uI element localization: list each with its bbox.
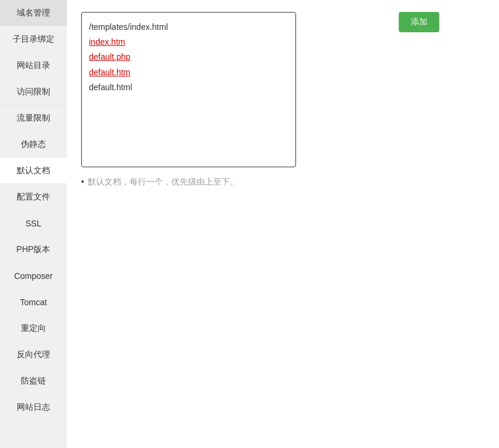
sidebar-item-php-version[interactable]: PHP版本 (0, 237, 67, 263)
sidebar-item-subdir-bind[interactable]: 子目录绑定 (0, 26, 67, 53)
sidebar-item-access-limit[interactable]: 访问限制 (0, 79, 67, 105)
hint-text: 默认文档，每行一个，优先级由上至下。 (88, 177, 238, 188)
add-button[interactable]: 添加 (399, 12, 439, 32)
sidebar-item-site-dir[interactable]: 网站目录 (0, 53, 67, 79)
sidebar-item-composer[interactable]: Composer (0, 263, 67, 289)
doc-line: default.php (89, 50, 288, 65)
sidebar-item-pseudo-static[interactable]: 伪静态 (0, 131, 67, 158)
sidebar-item-hotlink[interactable]: 防盗链 (0, 368, 67, 394)
sidebar-item-default-doc[interactable]: 默认文档 (0, 158, 67, 184)
sidebar-item-redirect[interactable]: 重定向 (0, 315, 67, 342)
sidebar-item-site-log[interactable]: 网站日志 (0, 394, 67, 421)
sidebar-item-ssl[interactable]: SSL (0, 210, 67, 237)
sidebar-item-traffic-limit[interactable]: 流量限制 (0, 105, 67, 131)
doc-line: default.html (89, 80, 288, 95)
sidebar-item-config-file[interactable]: 配置文件 (0, 184, 67, 210)
hint-area: • 默认文档，每行一个，优先级由上至下。 (81, 177, 485, 188)
default-doc-box[interactable]: /templates/index.htmlindex.htmdefault.ph… (81, 12, 296, 167)
doc-line: default.htm (89, 65, 288, 80)
sidebar-item-domain-mgmt[interactable]: 域名管理 (0, 0, 67, 26)
sidebar-item-reverse-proxy[interactable]: 反向代理 (0, 342, 67, 368)
doc-line: /templates/index.html (89, 20, 288, 35)
sidebar-item-tomcat[interactable]: Tomcat (0, 289, 67, 315)
doc-line: index.htm (89, 35, 288, 50)
hint-bullet: • (81, 177, 84, 186)
main-content: /templates/index.htmlindex.htmdefault.ph… (67, 0, 499, 448)
sidebar: 域名管理子目录绑定网站目录访问限制流量限制伪静态默认文档配置文件SSLPHP版本… (0, 0, 67, 448)
